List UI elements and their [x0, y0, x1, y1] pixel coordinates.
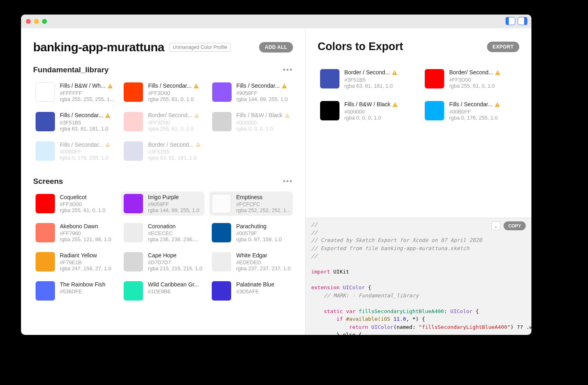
- warning-icon: [105, 142, 111, 148]
- color-swatch-item[interactable]: Cape Hope#D7D7D7rgba 215, 215, 215, 1.0: [121, 250, 204, 274]
- color-swatch-item[interactable]: Coquelicot#FF3D00rgba 255, 61, 0, 1.0: [33, 191, 116, 216]
- swatch-hex: #000000: [236, 120, 291, 126]
- color-swatch: [320, 69, 339, 88]
- swatch-hex: #00B0FF: [60, 149, 114, 155]
- color-swatch-item[interactable]: The Rainbow Fish#536DFE: [33, 279, 116, 303]
- color-swatch-item[interactable]: Fills / B&W / Black#000000rgba 0, 0, 0, …: [318, 99, 415, 123]
- svg-rect-11: [287, 116, 287, 117]
- code-block[interactable]: // // // Created by Sketch Export for Xc…: [306, 218, 531, 335]
- color-swatch-item[interactable]: Fills / Secondar...#00B0FFrgba 0, 176, 2…: [422, 99, 519, 123]
- svg-rect-22: [497, 104, 497, 105]
- svg-rect-21: [395, 105, 395, 106]
- swatch-name: Irrigo Purple: [148, 194, 202, 200]
- color-swatch: [124, 112, 143, 131]
- color-swatch: [36, 194, 55, 213]
- swatch-rgba: rgba 0, 176, 255, 1.0: [60, 155, 114, 161]
- color-swatch-item[interactable]: Border / Second...#3F51B5rgba 63, 81, 18…: [318, 67, 415, 91]
- color-swatch-item[interactable]: Border/ Second...#FF3D00rgba 255, 61, 0,…: [422, 67, 519, 91]
- swatch-rgba: rgba 255, 61, 0, 1.0: [148, 96, 202, 102]
- svg-rect-8: [196, 115, 197, 116]
- swatch-rgba: rgba 144, 89, 255, 1.0: [236, 96, 291, 102]
- color-swatch-item[interactable]: Palatinate Blue#3D5AFE: [209, 279, 293, 303]
- color-swatch: [320, 101, 339, 120]
- copy-button[interactable]: COPY: [504, 221, 526, 230]
- color-swatch-item[interactable]: Fills / Secondar...#00B0FFrgba 0, 176, 2…: [33, 139, 116, 164]
- color-swatch-item[interactable]: Emptiness#FCFCFCrgba 252, 252, 252, 1...: [209, 191, 293, 216]
- color-swatch-item[interactable]: Fills / B&W / Black#000000rgba 0, 0, 0, …: [210, 109, 293, 134]
- warning-icon: [494, 102, 500, 108]
- svg-rect-23: [497, 105, 497, 106]
- color-swatch: [212, 281, 231, 301]
- swatch-name: Fills / B&W / Wh...: [60, 82, 114, 89]
- minimize-icon[interactable]: [34, 19, 39, 24]
- svg-rect-4: [284, 85, 285, 87]
- document-title: banking-app-murattuna: [33, 40, 164, 54]
- swatch-name: Fills / Secondar...: [148, 82, 202, 89]
- swatch-hex: #EDEDED: [236, 259, 290, 265]
- swatch-name: Coquelicot: [60, 194, 114, 200]
- layout-left-button[interactable]: [506, 17, 515, 25]
- close-icon[interactable]: [26, 19, 31, 24]
- left-pane: banking-app-murattuna Unmanaged Color Pr…: [21, 28, 306, 335]
- color-swatch-item[interactable]: Fills / Secondar...#9059FFrgba 144, 89, …: [210, 80, 293, 105]
- swatch-hex: #3F51B5: [344, 77, 412, 83]
- color-swatch: [212, 252, 231, 271]
- color-swatch-item[interactable]: Fills / Secondar...#3F51B5rgba 63, 81, 1…: [33, 109, 116, 134]
- swatch-rgba: rgba 255, 61, 0, 1.0: [148, 126, 202, 132]
- profile-badge: Unmanaged Color Profile: [169, 43, 231, 52]
- swatch-rgba: rgba 0, 87, 159, 1.0: [236, 236, 290, 242]
- color-swatch-item[interactable]: Fills / B&W / Wh...#FFFFFFrgba 255, 255,…: [33, 80, 116, 105]
- color-swatch-item[interactable]: Coronation#ECECECrgba 236, 236, 236,...: [121, 221, 204, 245]
- warning-icon: [495, 70, 501, 76]
- svg-rect-17: [394, 74, 395, 74]
- color-swatch: [124, 82, 143, 102]
- maximize-icon[interactable]: [42, 19, 47, 24]
- swatch-hex: #9059FF: [148, 201, 202, 207]
- color-swatch-item[interactable]: Akebono Dawn#FF7960rgba 255, 121, 96, 1.…: [33, 221, 116, 245]
- swatch-name: Border / Second...: [344, 69, 412, 76]
- swatch-rgba: rgba 255, 255, 255, 1...: [60, 96, 114, 102]
- more-icon[interactable]: •••: [283, 177, 293, 186]
- more-icon[interactable]: •••: [283, 66, 293, 74]
- swatch-name: Wild Caribbean Gr...: [148, 281, 202, 288]
- svg-rect-12: [107, 144, 108, 145]
- export-pane: Colors to Export EXPORT Border / Second.…: [306, 28, 531, 218]
- swatch-hex: #FF7960: [60, 230, 114, 236]
- color-swatch-item[interactable]: Wild Caribbean Gr...#1DE9B6: [121, 279, 204, 303]
- color-swatch-item[interactable]: Radiant Yellow#F79E1Brgba 247, 158, 27, …: [33, 250, 116, 274]
- titlebar: [21, 15, 531, 28]
- color-swatch: [124, 141, 143, 161]
- color-swatch: [124, 223, 143, 242]
- layout-right-button[interactable]: [518, 17, 527, 25]
- color-swatch-item[interactable]: Border/ Second...#FF3D00rgba 255, 61, 0,…: [121, 109, 204, 134]
- swatch-hex: #FF3D00: [148, 90, 202, 96]
- swatch-rgba: rgba 215, 215, 215, 1.0: [148, 265, 202, 271]
- color-swatch-item[interactable]: Fills / Secondar...#FF3D00rgba 255, 61, …: [121, 80, 204, 105]
- color-swatch-item[interactable]: Border / Second...#3F51B5rgba 63, 81, 18…: [121, 139, 204, 164]
- swatch-name: Fills / B&W / Black: [344, 101, 412, 108]
- swatch-name: Border / Second...: [148, 141, 202, 148]
- svg-rect-14: [198, 144, 198, 145]
- section-title-fundamental: Fundamental_library: [33, 65, 109, 74]
- svg-rect-13: [107, 146, 108, 146]
- swatch-hex: #FCFCFC: [236, 201, 290, 207]
- warning-icon: [284, 113, 290, 119]
- warning-icon: [195, 142, 201, 148]
- swatch-rgba: rgba 63, 81, 181, 1.0: [344, 83, 412, 89]
- svg-rect-15: [198, 146, 198, 146]
- color-swatch-item[interactable]: White Edgar#EDEDEDrgba 237, 237, 237, 1.…: [209, 250, 293, 274]
- svg-rect-18: [497, 72, 498, 74]
- svg-rect-0: [110, 85, 110, 87]
- color-swatch-item[interactable]: Parachuting#00579Frgba 0, 87, 159, 1.0: [209, 221, 293, 245]
- swatch-name: Fills / Secondar...: [60, 112, 114, 119]
- swatch-name: Fills / B&W / Black: [236, 112, 291, 119]
- swatch-rgba: rgba 237, 237, 237, 1.0: [236, 265, 290, 271]
- svg-rect-9: [196, 116, 197, 117]
- add-all-button[interactable]: ADD ALL: [259, 42, 293, 53]
- svg-rect-5: [284, 87, 285, 87]
- swatch-hex: #000000: [344, 109, 412, 115]
- chevron-down-icon[interactable]: ⌄: [491, 221, 500, 230]
- color-swatch-item[interactable]: Irrigo Purple#9059FFrgba 144, 89, 255, 1…: [121, 191, 204, 216]
- export-button[interactable]: EXPORT: [487, 42, 519, 52]
- swatch-hex: #FF3D00: [148, 120, 202, 126]
